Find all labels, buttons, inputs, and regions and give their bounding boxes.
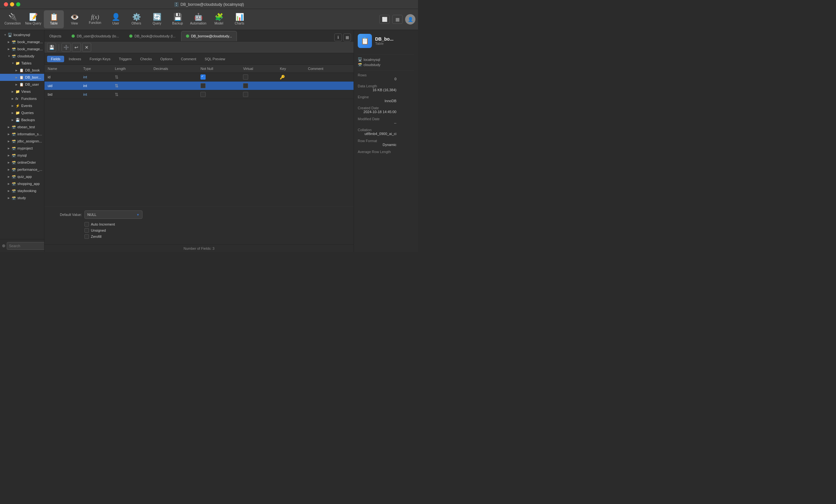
sidebar-item-ebean-test[interactable]: ▶ 🗃️ ebean_test (0, 123, 44, 131)
sub-tab-indexes[interactable]: Indexes (65, 56, 85, 62)
sidebar-item-views[interactable]: ▶ 📁 Views (0, 88, 44, 95)
close-button[interactable] (4, 2, 8, 6)
expand-arrow-info: ▶ (8, 133, 12, 136)
sidebar-item-cloudstudy[interactable]: ▼ 🗃️ cloudstudy (0, 53, 44, 60)
sidebar-item-quiz-app[interactable]: ▶ 🗃️ quiz_app (0, 173, 44, 180)
avatar[interactable]: 👤 (405, 14, 415, 24)
toolbar-query[interactable]: 🔄 Query (147, 10, 167, 28)
tab-db-user[interactable]: DB_user@cloudstudy (lo... (67, 31, 124, 41)
sidebar-item-shopping-app[interactable]: ▶ 🗃️ shopping_app (0, 180, 44, 187)
checkbox-notnull-bid[interactable] (201, 92, 206, 97)
save-button[interactable]: 💾 (47, 43, 56, 52)
checkbox-virtual-uid[interactable] (243, 83, 248, 88)
sidebar-item-study[interactable]: ▶ 🗃️ study (0, 194, 44, 201)
toolbar-automation[interactable]: 🤖 Automation (188, 10, 208, 28)
default-value-select[interactable]: NULL ▼ (84, 210, 142, 219)
toolbar-table[interactable]: 📋 Table (44, 10, 64, 28)
unsigned-checkbox[interactable] (84, 228, 89, 233)
toolbar-user[interactable]: 👤 User (106, 10, 126, 28)
table-row[interactable]: uid int ⇅ (44, 81, 354, 90)
sub-tab-foreign-keys[interactable]: Foreign Keys (86, 56, 114, 62)
cell-virtual-id[interactable] (240, 73, 277, 81)
sidebar-item-queries[interactable]: ▶ 📁 Queries (0, 109, 44, 116)
sub-tab-options[interactable]: Options (156, 56, 176, 62)
sidebar-item-jdbc-assign[interactable]: ▶ 🗃️ jdbc_assignm... (0, 138, 44, 145)
toolbar-others[interactable]: ⚙️ Others (126, 10, 146, 28)
checkbox-notnull-uid[interactable] (201, 83, 206, 88)
search-input[interactable] (7, 242, 44, 250)
sidebar-toggle-button[interactable]: ⬜ (379, 15, 390, 24)
model-icon: 🧩 (215, 14, 223, 21)
sidebar-item-db-book[interactable]: ▶ 📋 DB_book (0, 67, 44, 74)
cell-virtual-uid[interactable] (240, 81, 277, 90)
filter-button[interactable]: ⊕ (2, 243, 5, 248)
cell-notnull-id[interactable] (197, 73, 240, 81)
sidebar-item-staybooking[interactable]: ▶ 🗃️ staybooking (0, 187, 44, 194)
sidebar-item-events[interactable]: ▶ ⚡ Events (0, 102, 44, 109)
sidebar-item-tables[interactable]: ▼ 📁 Tables (0, 60, 44, 67)
sidebar-item-performance[interactable]: ▶ 🗃️ performance_... (0, 166, 44, 173)
checkbox-virtual-id[interactable] (243, 74, 248, 80)
toolbar-charts-label: Charts (235, 22, 244, 25)
checkbox-notnull-id[interactable] (201, 74, 206, 80)
cell-notnull-uid[interactable] (197, 81, 240, 90)
sidebar-item-backups[interactable]: ▶ 💾 Backups (0, 116, 44, 123)
sidebar-item-book-manage-1[interactable]: ▶ 🗃️ book_manage... (0, 38, 44, 45)
tab-db-borrow[interactable]: DB_borrow@cloudstudy... (181, 31, 237, 41)
toolbar-view[interactable]: 👁️ View (64, 10, 84, 28)
auto-increment-checkbox[interactable] (84, 222, 89, 227)
sidebar-item-mysql[interactable]: ▶ 🗃️ mysql (0, 152, 44, 159)
db-icon-stay: 🗃️ (12, 189, 17, 193)
sidebar-label-db-user: DB_user (25, 82, 39, 86)
sidebar-label-backups: Backups (21, 118, 35, 122)
table-row[interactable]: bid int ⇅ (44, 90, 354, 99)
checkbox-virtual-bid[interactable] (243, 92, 248, 97)
sidebar-item-db-user[interactable]: ▶ 📋 DB_user (0, 81, 44, 88)
add-field-button[interactable]: ➕ (61, 43, 71, 52)
sidebar-item-myproject[interactable]: ▶ 🗃️ myproject (0, 145, 44, 152)
sub-tab-checks[interactable]: Checks (136, 56, 156, 62)
info-button[interactable]: ℹ (334, 34, 342, 41)
toolbar-new-query[interactable]: 📝 New Query (23, 10, 43, 28)
sub-tab-comment[interactable]: Comment (177, 56, 200, 62)
sub-tab-sql-preview[interactable]: SQL Preview (201, 56, 229, 62)
zerofill-checkbox[interactable] (84, 234, 89, 239)
sidebar-item-db-borr[interactable]: ▶ 📋 DB_borr... (0, 74, 44, 81)
views-icon: 📁 (16, 90, 21, 94)
stepper-icon-bid[interactable]: ⇅ (115, 92, 119, 97)
toolbar-model[interactable]: 🧩 Model (209, 10, 229, 28)
cell-virtual-bid[interactable] (240, 90, 277, 99)
sub-tab-fields[interactable]: Fields (47, 56, 64, 62)
db-icon-info: 🗃️ (12, 132, 17, 136)
delete-button[interactable]: ✕ (82, 43, 91, 52)
toolbar-backup[interactable]: 💾 Backup (168, 10, 188, 28)
layout-toggle-button[interactable]: ▦ (392, 15, 402, 24)
expand-arrow-jdbc: ▶ (8, 140, 12, 143)
cell-decimals-bid (150, 90, 197, 99)
right-panel: 📋 DB_bo... Table 🖥️ localmysql 🗃️ clouds… (354, 30, 418, 252)
sidebar-label-book1: book_manage... (17, 40, 43, 44)
sidebar-item-book-manage-2[interactable]: ▶ 🗃️ book_manage... (0, 45, 44, 53)
tab-db-book[interactable]: DB_book@cloudstudy (l... (125, 31, 180, 41)
stepper-icon-uid[interactable]: ⇅ (115, 83, 119, 88)
sidebar-item-localmysql[interactable]: ▼ 🖥️ localmysql (0, 31, 44, 38)
stepper-icon[interactable]: ⇅ (115, 74, 119, 80)
sub-tab-triggers[interactable]: Triggers (115, 56, 136, 62)
cell-name-bid: bid (44, 90, 80, 99)
grid-button[interactable]: ▦ (343, 34, 351, 41)
cell-notnull-bid[interactable] (197, 90, 240, 99)
minimize-button[interactable] (10, 2, 14, 6)
new-query-icon: 📝 (29, 14, 38, 21)
rp-engine-section: Engine InnoDB (358, 95, 414, 103)
sidebar-item-onlineorder[interactable]: ▶ 🗃️ onlineOrder (0, 159, 44, 166)
table-row[interactable]: id int ⇅ (44, 73, 354, 81)
sidebar-item-information-sc[interactable]: ▶ 🗃️ information_sc... (0, 131, 44, 138)
tab-objects[interactable]: Objects (44, 31, 66, 41)
query-icon: 🔄 (153, 14, 162, 21)
sidebar-item-functions[interactable]: ▶ fx Functions (0, 95, 44, 102)
maximize-button[interactable] (16, 2, 20, 6)
toolbar-function[interactable]: f(x) Function (85, 10, 105, 28)
toolbar-connection[interactable]: 🔌 Connection (3, 10, 22, 28)
toolbar-charts[interactable]: 📊 Charts (229, 10, 249, 28)
undo-button[interactable]: ↩ (72, 43, 81, 52)
